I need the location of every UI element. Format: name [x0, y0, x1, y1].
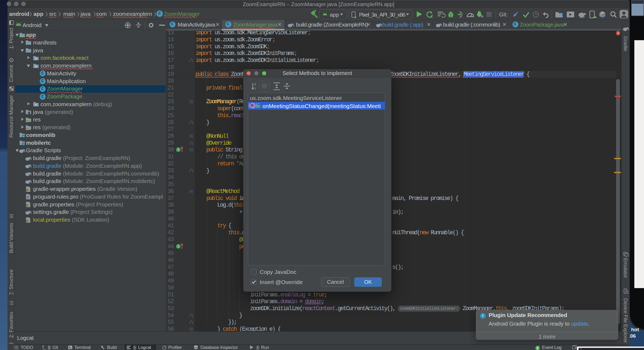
svg-text:A: A: [430, 15, 433, 19]
svg-text:z: z: [254, 87, 256, 90]
svg-text:a: a: [254, 82, 256, 86]
